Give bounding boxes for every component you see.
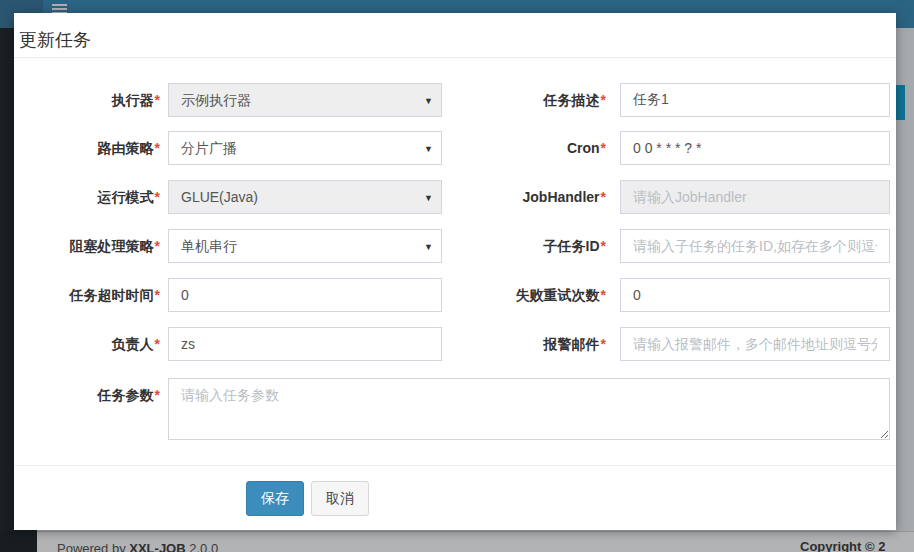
job-param-label: 任务参数* <box>14 378 160 412</box>
cron-input[interactable] <box>620 131 890 165</box>
background-add-button-edge <box>896 85 905 120</box>
block-strategy-select-value: 单机串行 <box>181 238 237 254</box>
alarm-email-label: 报警邮件* <box>314 327 606 361</box>
modal-footer-divider <box>14 465 896 466</box>
required-mark: * <box>601 336 606 352</box>
required-mark: * <box>155 238 160 254</box>
block-strategy-label: 阻塞处理策略* <box>14 229 160 263</box>
powered-by-text: Powered by XXL-JOB 2.0.0 <box>57 541 218 552</box>
page-footer: Powered by XXL-JOB 2.0.0 Copyright © 2 <box>0 531 914 552</box>
required-mark: * <box>155 140 160 156</box>
modal-actions: 保存 取消 <box>246 481 369 516</box>
glue-type-label: 运行模式* <box>14 180 160 214</box>
save-button[interactable]: 保存 <box>246 481 304 516</box>
executor-label: 执行器* <box>14 83 160 117</box>
route-strategy-label: 路由策略* <box>14 131 160 165</box>
required-mark: * <box>601 92 606 108</box>
job-handler-label: JobHandler* <box>314 180 606 214</box>
required-mark: * <box>601 189 606 205</box>
route-strategy-select-value: 分片广播 <box>181 140 237 156</box>
sidebar-footer-block <box>0 531 37 552</box>
copyright-text: Copyright © 2 <box>800 539 914 552</box>
job-param-textarea[interactable] <box>168 378 890 440</box>
brand-label: XXL-JOB <box>129 541 185 552</box>
child-jobid-label: 子任务ID* <box>314 229 606 263</box>
timeout-label: 任务超时时间* <box>14 278 160 312</box>
required-mark: * <box>601 140 606 156</box>
fail-retry-label: 失败重试次数* <box>314 278 606 312</box>
glue-type-select-value: GLUE(Java) <box>181 189 258 205</box>
required-mark: * <box>155 287 160 303</box>
update-job-modal: 更新任务 执行器* 示例执行器 ▼ 任务描述* 路由策略* 分片广播 ▼ <box>14 13 896 530</box>
version-label: 2.0.0 <box>189 541 218 552</box>
author-label: 负责人* <box>14 327 160 361</box>
required-mark: * <box>155 336 160 352</box>
required-mark: * <box>155 387 160 403</box>
required-mark: * <box>601 238 606 254</box>
required-mark: * <box>155 92 160 108</box>
header-divider <box>14 57 896 58</box>
fail-retry-input[interactable] <box>620 278 890 312</box>
required-mark: * <box>155 189 160 205</box>
alarm-email-input[interactable] <box>620 327 890 361</box>
executor-select-value: 示例执行器 <box>181 92 251 108</box>
modal-title: 更新任务 <box>19 28 91 52</box>
required-mark: * <box>601 287 606 303</box>
cancel-button[interactable]: 取消 <box>311 481 369 516</box>
job-desc-label: 任务描述* <box>314 83 606 117</box>
child-jobid-input[interactable] <box>620 229 890 263</box>
powered-by-label: Powered by <box>57 541 126 552</box>
job-desc-input[interactable] <box>620 83 890 117</box>
page: Powered by XXL-JOB 2.0.0 Copyright © 2 更… <box>0 0 914 552</box>
cron-label: Cron* <box>314 131 606 165</box>
job-handler-input[interactable] <box>620 180 890 214</box>
